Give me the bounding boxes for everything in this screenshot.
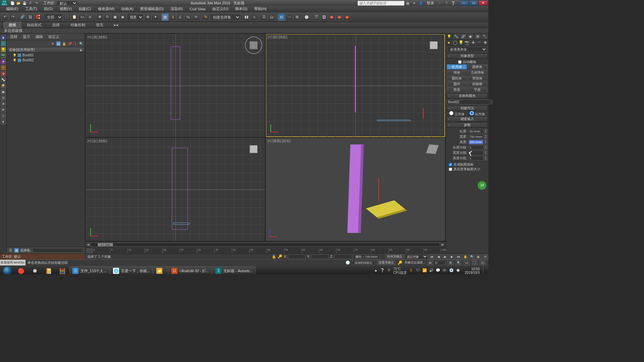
nav-pan-button[interactable]: ✋ (462, 254, 468, 259)
schematic-button[interactable]: ⊞ (293, 13, 301, 21)
minimize-button[interactable]: — (460, 0, 469, 6)
minimize-ribbon-icon[interactable]: − (437, 0, 442, 6)
lt-container-icon[interactable]: 📦 (1, 83, 6, 88)
align-button[interactable]: ≡ (251, 13, 258, 21)
menu-graph[interactable]: 图形编辑器(D) (137, 6, 167, 11)
exp-tab-edit[interactable]: 编辑 (34, 34, 45, 39)
exp-lock-icon[interactable]: 🔒 (62, 41, 66, 46)
named-selection-dropdown[interactable]: 创建选择集 (210, 14, 240, 20)
mirror-button[interactable]: ▮▮ (243, 13, 250, 21)
tray-up-icon[interactable]: ▲ (373, 268, 378, 274)
gen-uv-checkbox[interactable] (449, 163, 452, 166)
tray-vol-icon[interactable]: 🔊 (429, 268, 434, 274)
tray-disk-icon[interactable]: 💿 (449, 268, 454, 274)
ribbon-tab-selection[interactable]: 选择 (47, 22, 65, 28)
exp-sync-icon[interactable]: ↕ (73, 41, 78, 46)
prim-圆锥体[interactable]: 圆锥体 (468, 64, 488, 69)
lt-geom-icon[interactable]: ◆ (1, 35, 6, 40)
scale-button[interactable]: ▣ (111, 13, 119, 21)
pivot-button[interactable]: ⊕ (144, 13, 151, 21)
rollout-params[interactable]: 参数 (446, 122, 488, 128)
snap-toggle-button[interactable]: ▦ (161, 13, 169, 21)
menu-tools[interactable]: 工具(T) (22, 6, 41, 11)
vp-persp-label[interactable]: [+] [透视] [真实] (268, 139, 290, 143)
rollout-objtype[interactable]: 对象类型 (446, 53, 488, 59)
radio-box[interactable]: 长方体 (470, 111, 485, 117)
vp-top-label[interactable]: [+] [顶] [线框] (88, 35, 107, 40)
exp-set-input[interactable] (33, 248, 84, 253)
menu-animation[interactable]: 动画(A) (118, 6, 137, 11)
param-宽度:[interactable] (469, 134, 483, 139)
help-search-input[interactable] (358, 1, 405, 6)
cmd-tab-motion[interactable]: ◉ (467, 34, 474, 39)
viewport-perspective[interactable]: [+] [透视] [真实] (266, 138, 445, 241)
nav-min-button[interactable]: ◱ (480, 260, 486, 265)
exp-item-box002[interactable]: 💡Box002 (7, 58, 85, 63)
exp-x-icon[interactable]: ✕ (50, 41, 55, 46)
param-高度分段:[interactable] (469, 156, 483, 161)
cmd-category-dropdown[interactable]: 标准基本体 (447, 47, 487, 52)
prim-球体[interactable]: 球体 (447, 70, 467, 75)
select-rect-button[interactable]: ▭ (78, 13, 86, 21)
manip-button[interactable]: ✦ (152, 13, 159, 21)
lt-hide-icon[interactable]: 👁 (1, 107, 6, 113)
workspace-dropdown[interactable]: 默认 (57, 1, 77, 6)
lt-misc2-icon[interactable]: ▼ (1, 119, 6, 125)
ribbon-tab-modeling[interactable]: 建模 (3, 22, 21, 28)
key-filter-button[interactable]: 关键点过滤器... (405, 260, 425, 265)
menu-customize[interactable]: 自定义(U) (209, 6, 232, 11)
tray-chat-icon[interactable]: 💬 (435, 268, 441, 274)
exp-layers-icon[interactable]: ☰ (8, 248, 13, 253)
prim-管状体[interactable]: 管状体 (468, 76, 488, 81)
z-input[interactable] (334, 254, 352, 259)
spinner[interactable]: ▲▼ (484, 156, 487, 161)
redo-button[interactable]: ↷ (9, 13, 16, 21)
tray-action-icon[interactable]: 🏳 (386, 268, 392, 274)
rotate-button[interactable]: ↻ (104, 13, 111, 21)
cmd-sub-space[interactable]: 〰 (476, 40, 482, 45)
time-slider[interactable]: 0 / 100 (91, 243, 440, 247)
nav-region-button[interactable]: ▭ (464, 260, 470, 265)
nav-max-button[interactable]: ⛶ (472, 260, 478, 265)
new-icon[interactable]: 📄 (10, 0, 15, 6)
angle-snap-button[interactable]: ∠ (177, 13, 184, 21)
autokey-button[interactable]: 自动关键点 (385, 254, 404, 259)
vp-front-label[interactable]: [+] [前] [线框] (268, 35, 287, 40)
lt-xref-icon[interactable]: ⊡ (1, 95, 6, 101)
ref-coord-dropdown[interactable]: 视图 (127, 14, 144, 20)
save-icon[interactable]: 💾 (22, 0, 27, 6)
pokeball-icon[interactable]: 🔴 (14, 266, 28, 274)
move-button[interactable]: ✥ (96, 13, 103, 21)
exp-item-box001[interactable]: 💡Box001 (7, 53, 85, 58)
lt-shape-icon[interactable]: ○ (1, 41, 6, 46)
task-ultraedit[interactable]: UUltraEdit-32 - [C... (168, 266, 212, 274)
tray-clock[interactable]: 10:502019/10/3 (465, 267, 480, 274)
menu-create[interactable]: 创建(C) (75, 6, 94, 11)
tag-icon[interactable]: 🕐 (345, 260, 350, 265)
cmd-tab-modify[interactable]: 🔧 (453, 34, 460, 39)
frame-input-spin[interactable]: ⊟ (427, 260, 433, 265)
viewport-front[interactable]: [+] [前] [线框] (266, 34, 445, 137)
select-object-button[interactable]: ⬚ (63, 13, 70, 21)
tray-ime-icon[interactable]: 中 (442, 268, 447, 274)
exp-column-header[interactable]: 名称(按升序排序)▲ (7, 47, 85, 53)
cmd-tab-hierarchy[interactable]: 🔗 (460, 34, 467, 39)
menu-group[interactable]: 组(G) (41, 6, 56, 11)
key-icon-2[interactable]: 🔑 (397, 260, 402, 265)
percent-snap-button[interactable]: % (184, 13, 192, 21)
tray-help-icon[interactable]: ❔ (380, 268, 385, 274)
exp-search-icon[interactable]: 🔍 (79, 41, 84, 46)
time-config-button[interactable]: ⚙ (447, 260, 453, 265)
y-input[interactable] (311, 254, 329, 259)
menu-modifiers[interactable]: 修改器(M) (95, 6, 118, 11)
spinner-snap-button[interactable]: ⟳ (192, 13, 200, 21)
login-link[interactable]: 登录 (427, 1, 434, 6)
maxscript-welcome[interactable]: 欢迎使用 MAXScr (0, 260, 25, 265)
bind-button[interactable]: 🧲 (34, 13, 42, 21)
menu-script[interactable]: 脚本(S) (232, 6, 251, 11)
spinner[interactable]: ▲▼ (484, 140, 487, 144)
task-3dsmax[interactable]: 3无标题 - Autode... (212, 266, 256, 274)
close-button[interactable]: ✕ (478, 0, 488, 6)
unlink-button[interactable]: ⛓ (26, 13, 34, 21)
cmd-sub-light[interactable]: 💡 (458, 40, 464, 45)
